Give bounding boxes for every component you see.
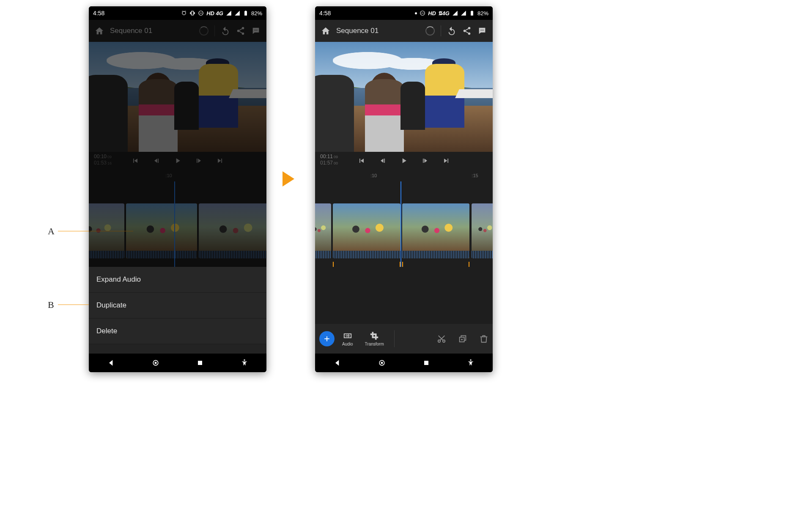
nav-back-icon[interactable] — [107, 359, 115, 367]
ruler-tick: :15 — [472, 173, 478, 178]
clip-next[interactable] — [472, 203, 493, 258]
nav-accessibility-icon[interactable] — [466, 359, 475, 367]
sequence-title[interactable]: Sequence 01 — [110, 27, 193, 35]
play-icon[interactable] — [400, 156, 408, 165]
svg-point-23 — [381, 362, 383, 364]
undo-icon[interactable] — [447, 26, 456, 36]
app-toolbar: Sequence 01 — [89, 20, 266, 42]
transform-button[interactable]: Transform — [361, 331, 388, 346]
nav-accessibility-icon[interactable] — [240, 359, 249, 367]
clip-selected[interactable] — [126, 203, 197, 258]
frame-forward-icon[interactable] — [195, 156, 203, 165]
skip-end-icon[interactable] — [442, 156, 450, 165]
battery-percent: 82% — [477, 10, 488, 16]
svg-point-14 — [468, 33, 471, 35]
skip-start-icon[interactable] — [357, 156, 366, 165]
nav-back-icon[interactable] — [333, 359, 342, 367]
video-preview[interactable] — [89, 42, 266, 152]
svg-rect-9 — [198, 361, 202, 365]
playback-time: 00:1009 01:5316 — [94, 154, 112, 166]
menu-delete[interactable]: Delete — [89, 318, 266, 344]
sync-spinner-icon — [199, 26, 208, 36]
playback-time: 00:1109 01:5700 — [320, 154, 338, 166]
nav-home-icon[interactable] — [151, 359, 160, 367]
nav-recents-icon[interactable] — [196, 359, 204, 367]
status-icons: HD 4G 82% — [181, 10, 262, 16]
network-label: HD 4G — [206, 10, 223, 16]
phone-before: 4:58 HD 4G 82% Sequence 01 — [89, 6, 266, 372]
duplicate-icon[interactable] — [458, 334, 467, 343]
svg-point-1 — [242, 27, 244, 30]
android-nav-bar — [89, 354, 266, 372]
sequence-title[interactable]: Sequence 01 — [336, 27, 420, 35]
battery-icon — [469, 10, 475, 16]
clip-prev[interactable] — [315, 203, 331, 258]
undo-icon[interactable] — [221, 26, 230, 36]
dnd-icon — [420, 10, 425, 16]
playback-controls: 00:1009 01:5316 — [89, 152, 266, 170]
skip-start-icon[interactable] — [131, 156, 140, 165]
svg-point-5 — [255, 30, 256, 30]
battery-percent: 82% — [251, 10, 262, 16]
svg-point-8 — [154, 362, 156, 364]
playhead-line-icon[interactable] — [401, 199, 401, 267]
timeline-empty-area[interactable] — [315, 267, 493, 324]
context-menu: Expand Audio Duplicate Delete — [89, 267, 266, 354]
annotation-bracket-1 — [333, 262, 401, 267]
clip-original[interactable] — [333, 203, 401, 258]
nav-home-icon[interactable] — [378, 359, 386, 367]
ruler-tick: :10 — [165, 173, 172, 178]
timeline-clips[interactable] — [89, 199, 266, 267]
svg-point-3 — [242, 33, 244, 35]
share-icon[interactable] — [236, 26, 245, 36]
menu-duplicate[interactable]: Duplicate — [89, 293, 266, 318]
svg-point-10 — [244, 359, 245, 361]
signal-icon-2 — [234, 10, 240, 16]
time-ruler[interactable]: :10 :15 — [315, 170, 493, 199]
delete-icon[interactable] — [479, 334, 488, 343]
android-status-bar: 4:58 HD 4G 82% — [89, 6, 266, 20]
separator — [441, 25, 441, 36]
menu-expand-audio[interactable]: Expand Audio — [89, 267, 266, 293]
timeline-clips[interactable] — [315, 199, 493, 267]
svg-point-12 — [468, 27, 471, 30]
signal-icon-2 — [461, 10, 466, 16]
video-preview[interactable] — [315, 42, 493, 152]
home-icon[interactable] — [95, 26, 104, 36]
playhead-line-icon[interactable] — [174, 199, 175, 267]
frame-back-icon[interactable] — [152, 156, 161, 165]
playhead-icon[interactable] — [401, 181, 401, 199]
dot-icon — [415, 12, 417, 14]
frame-back-icon[interactable] — [379, 156, 387, 165]
audio-button[interactable]: Audio — [338, 331, 357, 346]
vibrate-icon — [189, 10, 195, 16]
time-ruler[interactable]: :10 — [89, 170, 266, 199]
clip-next[interactable] — [199, 203, 266, 258]
transform-icon — [370, 331, 379, 340]
status-time: 4:58 — [319, 10, 331, 16]
status-time: 4:58 — [93, 10, 104, 16]
svg-point-13 — [464, 30, 466, 32]
nav-recents-icon[interactable] — [422, 359, 431, 367]
separator — [394, 330, 395, 347]
ruler-tick: :10 — [370, 173, 377, 178]
android-nav-bar — [315, 354, 493, 372]
comment-icon[interactable] — [477, 26, 487, 36]
svg-point-15 — [480, 30, 481, 30]
svg-point-16 — [482, 30, 483, 30]
annotation-bracket-2 — [402, 262, 470, 267]
add-media-button[interactable]: + — [319, 331, 335, 346]
cut-icon[interactable] — [437, 334, 446, 343]
home-icon[interactable] — [321, 26, 330, 36]
svg-point-4 — [254, 30, 255, 30]
playhead-icon[interactable] — [174, 181, 175, 199]
phone-after: 4:58 HD ⇅4G 82% Sequence 01 — [315, 6, 493, 372]
comment-icon[interactable] — [251, 26, 261, 36]
signal-icon-1 — [452, 10, 458, 16]
play-icon[interactable] — [173, 156, 182, 165]
status-icons: HD ⇅4G 82% — [415, 10, 488, 16]
frame-forward-icon[interactable] — [421, 156, 429, 165]
clip-duplicate[interactable] — [402, 203, 470, 258]
skip-end-icon[interactable] — [216, 156, 224, 165]
share-icon[interactable] — [462, 26, 472, 36]
